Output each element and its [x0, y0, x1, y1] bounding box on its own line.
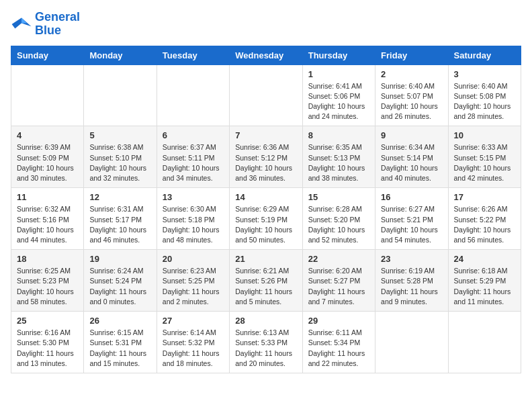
header-monday: Monday	[84, 46, 157, 64]
day-info: Sunrise: 6:39 AMSunset: 5:09 PMDaylight:…	[17, 142, 78, 183]
calendar-cell	[375, 312, 448, 373]
header-sunday: Sunday	[11, 46, 84, 64]
day-info: Sunrise: 6:41 AMSunset: 5:06 PMDaylight:…	[308, 81, 369, 122]
calendar-cell: 12Sunrise: 6:31 AMSunset: 5:17 PMDayligh…	[84, 188, 157, 250]
day-info: Sunrise: 6:15 AMSunset: 5:31 PMDaylight:…	[89, 328, 150, 369]
day-number: 22	[308, 254, 369, 264]
calendar-cell: 20Sunrise: 6:23 AMSunset: 5:25 PMDayligh…	[157, 250, 229, 312]
day-info: Sunrise: 6:19 AMSunset: 5:28 PMDaylight:…	[381, 266, 442, 307]
day-number: 7	[235, 130, 296, 140]
calendar-cell: 26Sunrise: 6:15 AMSunset: 5:31 PMDayligh…	[84, 312, 157, 373]
calendar-table: SundayMondayTuesdayWednesdayThursdayFrid…	[11, 46, 521, 373]
logo: General Blue	[11, 11, 80, 38]
calendar-cell: 28Sunrise: 6:13 AMSunset: 5:33 PMDayligh…	[230, 312, 302, 373]
day-number: 9	[381, 130, 442, 140]
day-info: Sunrise: 6:23 AMSunset: 5:25 PMDaylight:…	[163, 266, 224, 307]
day-info: Sunrise: 6:11 AMSunset: 5:34 PMDaylight:…	[308, 328, 369, 369]
calendar-cell: 8Sunrise: 6:35 AMSunset: 5:13 PMDaylight…	[302, 126, 375, 188]
day-info: Sunrise: 6:26 AMSunset: 5:22 PMDaylight:…	[454, 204, 515, 245]
day-info: Sunrise: 6:24 AMSunset: 5:24 PMDaylight:…	[89, 266, 150, 307]
calendar-cell: 22Sunrise: 6:20 AMSunset: 5:27 PMDayligh…	[302, 250, 375, 312]
day-number: 3	[454, 69, 515, 79]
day-number: 28	[235, 316, 296, 326]
calendar-cell	[11, 64, 84, 126]
calendar-cell: 11Sunrise: 6:32 AMSunset: 5:16 PMDayligh…	[11, 188, 84, 250]
week-row-0: 1Sunrise: 6:41 AMSunset: 5:06 PMDaylight…	[11, 64, 521, 126]
day-number: 18	[17, 254, 78, 264]
calendar-cell: 27Sunrise: 6:14 AMSunset: 5:32 PMDayligh…	[157, 312, 229, 373]
day-info: Sunrise: 6:25 AMSunset: 5:23 PMDaylight:…	[17, 266, 78, 307]
calendar-cell: 7Sunrise: 6:36 AMSunset: 5:12 PMDaylight…	[230, 126, 302, 188]
day-number: 12	[89, 192, 150, 202]
header-wednesday: Wednesday	[230, 46, 302, 64]
day-number: 5	[89, 130, 150, 140]
calendar-cell: 3Sunrise: 6:40 AMSunset: 5:08 PMDaylight…	[448, 64, 521, 126]
day-info: Sunrise: 6:40 AMSunset: 5:07 PMDaylight:…	[381, 81, 442, 122]
calendar-cell: 24Sunrise: 6:18 AMSunset: 5:29 PMDayligh…	[448, 250, 521, 312]
day-info: Sunrise: 6:16 AMSunset: 5:30 PMDaylight:…	[17, 328, 78, 369]
calendar-cell	[230, 64, 302, 126]
header-thursday: Thursday	[302, 46, 375, 64]
day-number: 26	[89, 316, 150, 326]
day-number: 14	[235, 192, 296, 202]
day-info: Sunrise: 6:33 AMSunset: 5:15 PMDaylight:…	[454, 142, 515, 183]
calendar-cell: 25Sunrise: 6:16 AMSunset: 5:30 PMDayligh…	[11, 312, 84, 373]
calendar-cell: 21Sunrise: 6:21 AMSunset: 5:26 PMDayligh…	[230, 250, 302, 312]
day-number: 15	[308, 192, 369, 202]
calendar-cell	[448, 312, 521, 373]
day-number: 20	[163, 254, 224, 264]
day-number: 23	[381, 254, 442, 264]
week-row-4: 25Sunrise: 6:16 AMSunset: 5:30 PMDayligh…	[11, 312, 521, 373]
day-number: 25	[17, 316, 78, 326]
day-number: 6	[163, 130, 224, 140]
calendar-cell: 2Sunrise: 6:40 AMSunset: 5:07 PMDaylight…	[375, 64, 448, 126]
week-row-1: 4Sunrise: 6:39 AMSunset: 5:09 PMDaylight…	[11, 126, 521, 188]
day-info: Sunrise: 6:27 AMSunset: 5:21 PMDaylight:…	[381, 204, 442, 245]
calendar-cell: 6Sunrise: 6:37 AMSunset: 5:11 PMDaylight…	[157, 126, 229, 188]
day-info: Sunrise: 6:29 AMSunset: 5:19 PMDaylight:…	[235, 204, 296, 245]
day-number: 10	[454, 130, 515, 140]
day-info: Sunrise: 6:34 AMSunset: 5:14 PMDaylight:…	[381, 142, 442, 183]
calendar-cell: 16Sunrise: 6:27 AMSunset: 5:21 PMDayligh…	[375, 188, 448, 250]
day-number: 8	[308, 130, 369, 140]
day-info: Sunrise: 6:32 AMSunset: 5:16 PMDaylight:…	[17, 204, 78, 245]
day-number: 17	[454, 192, 515, 202]
day-info: Sunrise: 6:14 AMSunset: 5:32 PMDaylight:…	[163, 328, 224, 369]
day-info: Sunrise: 6:30 AMSunset: 5:18 PMDaylight:…	[163, 204, 224, 245]
calendar-cell	[84, 64, 157, 126]
day-number: 19	[89, 254, 150, 264]
calendar-cell: 23Sunrise: 6:19 AMSunset: 5:28 PMDayligh…	[375, 250, 448, 312]
day-number: 11	[17, 192, 78, 202]
header-friday: Friday	[375, 46, 448, 64]
day-info: Sunrise: 6:37 AMSunset: 5:11 PMDaylight:…	[163, 142, 224, 183]
day-number: 13	[163, 192, 224, 202]
day-info: Sunrise: 6:13 AMSunset: 5:33 PMDaylight:…	[235, 328, 296, 369]
day-info: Sunrise: 6:28 AMSunset: 5:20 PMDaylight:…	[308, 204, 369, 245]
calendar-cell: 9Sunrise: 6:34 AMSunset: 5:14 PMDaylight…	[375, 126, 448, 188]
calendar-cell: 18Sunrise: 6:25 AMSunset: 5:23 PMDayligh…	[11, 250, 84, 312]
day-number: 24	[454, 254, 515, 264]
day-info: Sunrise: 6:35 AMSunset: 5:13 PMDaylight:…	[308, 142, 369, 183]
day-number: 29	[308, 316, 369, 326]
svg-marker-1	[21, 17, 27, 23]
day-info: Sunrise: 6:21 AMSunset: 5:26 PMDaylight:…	[235, 266, 296, 307]
logo-text: General Blue	[35, 11, 80, 38]
calendar-cell: 29Sunrise: 6:11 AMSunset: 5:34 PMDayligh…	[302, 312, 375, 373]
calendar-cell: 17Sunrise: 6:26 AMSunset: 5:22 PMDayligh…	[448, 188, 521, 250]
day-number: 16	[381, 192, 442, 202]
calendar-header-row: SundayMondayTuesdayWednesdayThursdayFrid…	[11, 46, 521, 64]
day-info: Sunrise: 6:38 AMSunset: 5:10 PMDaylight:…	[89, 142, 150, 183]
calendar-cell: 13Sunrise: 6:30 AMSunset: 5:18 PMDayligh…	[157, 188, 229, 250]
logo-icon	[11, 15, 32, 34]
calendar-cell: 10Sunrise: 6:33 AMSunset: 5:15 PMDayligh…	[448, 126, 521, 188]
calendar-cell: 15Sunrise: 6:28 AMSunset: 5:20 PMDayligh…	[302, 188, 375, 250]
day-info: Sunrise: 6:31 AMSunset: 5:17 PMDaylight:…	[89, 204, 150, 245]
calendar-cell: 14Sunrise: 6:29 AMSunset: 5:19 PMDayligh…	[230, 188, 302, 250]
calendar-cell: 4Sunrise: 6:39 AMSunset: 5:09 PMDaylight…	[11, 126, 84, 188]
calendar-cell: 19Sunrise: 6:24 AMSunset: 5:24 PMDayligh…	[84, 250, 157, 312]
header: General Blue	[11, 11, 521, 38]
week-row-3: 18Sunrise: 6:25 AMSunset: 5:23 PMDayligh…	[11, 250, 521, 312]
calendar-cell	[157, 64, 229, 126]
day-number: 4	[17, 130, 78, 140]
calendar-cell: 1Sunrise: 6:41 AMSunset: 5:06 PMDaylight…	[302, 64, 375, 126]
